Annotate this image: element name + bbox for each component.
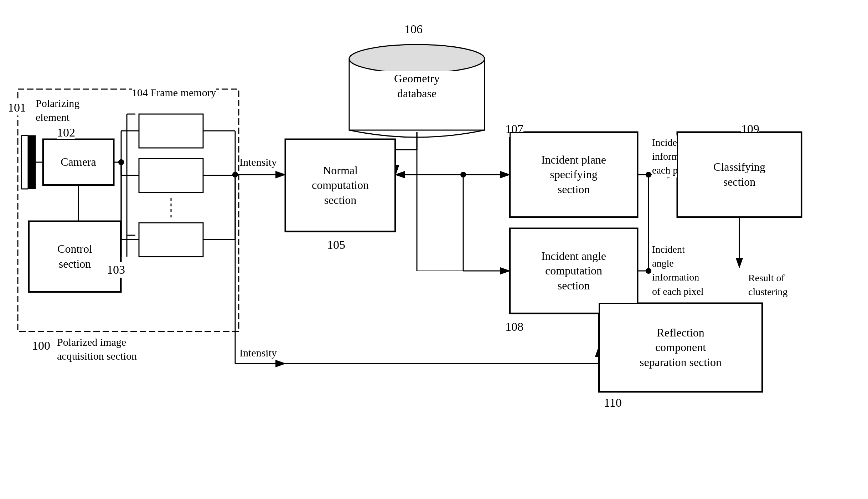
label-102: 102	[57, 125, 75, 140]
label-103: 103	[107, 262, 125, 278]
geometry-database-label: Geometrydatabase	[360, 71, 474, 101]
label-104-frame-memory: 104 Frame memory	[132, 86, 216, 99]
incident-angle-computation-box: Incident anglecomputationsection	[510, 228, 638, 314]
camera-label: Camera	[61, 155, 96, 170]
svg-point-10	[349, 45, 485, 73]
polarized-image-label: Polarized imageacquisition section	[57, 335, 137, 363]
svg-point-16	[118, 159, 124, 165]
svg-rect-2	[18, 89, 239, 331]
result-clustering-label: Result ofclustering	[748, 271, 787, 299]
normal-computation-label: Normalcomputationsection	[312, 163, 369, 208]
intensity-label-bottom: Intensity	[239, 346, 277, 360]
svg-point-42	[460, 172, 466, 178]
svg-rect-19	[28, 135, 36, 189]
control-section-label: Controlsection	[57, 242, 92, 271]
control-section-box: Controlsection	[29, 221, 121, 292]
polarizing-element-label: Polarizingelement	[36, 96, 79, 124]
intensity-label-top: Intensity	[239, 155, 277, 169]
reflection-component-box: Reflectioncomponentseparation section	[599, 303, 763, 392]
svg-rect-5	[139, 114, 203, 148]
classifying-section-box: Classifyingsection	[677, 132, 802, 217]
svg-point-21	[118, 159, 124, 165]
incident-angle-computation-label: Incident anglecomputationsection	[541, 249, 606, 293]
normal-computation-box: Normalcomputationsection	[285, 139, 396, 232]
label-106: 106	[404, 21, 423, 37]
camera-box: Camera	[43, 139, 114, 185]
label-105: 105	[327, 237, 345, 253]
incident-plane-specifying-label: Incident planespecifyingsection	[541, 153, 606, 197]
incident-plane-specifying-box: Incident planespecifyingsection	[510, 132, 638, 217]
classifying-section-label: Classifyingsection	[713, 160, 765, 189]
label-108: 108	[505, 319, 523, 335]
label-100: 100	[32, 338, 50, 354]
label-101: 101	[8, 100, 26, 115]
svg-point-34	[232, 172, 238, 178]
label-110: 110	[604, 395, 622, 411]
svg-point-48	[646, 268, 651, 274]
svg-rect-8	[139, 223, 203, 257]
svg-rect-6	[139, 159, 203, 192]
incident-angle-info-label: Incidentangleinformationof each pixel	[652, 242, 704, 298]
svg-point-45	[646, 172, 651, 178]
reflection-component-label: Reflectioncomponentseparation section	[640, 325, 722, 370]
